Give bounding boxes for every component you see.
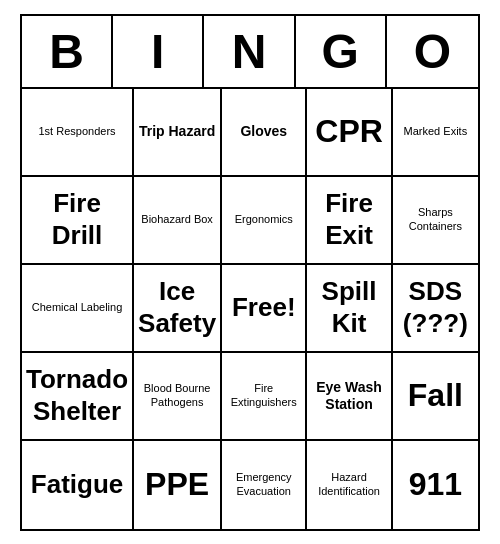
bingo-card: BINGO 1st RespondersTrip HazardGlovesCPR…	[20, 14, 480, 531]
bingo-cell-12: Free!	[222, 265, 307, 353]
cell-text-14: SDS (???)	[397, 276, 474, 338]
bingo-cell-21: PPE	[134, 441, 222, 529]
bingo-cell-13: Spill Kit	[307, 265, 392, 353]
bingo-cell-2: Gloves	[222, 89, 307, 177]
cell-text-16: Blood Bourne Pathogens	[138, 382, 216, 408]
cell-text-19: Fall	[408, 376, 463, 414]
cell-text-21: PPE	[145, 465, 209, 503]
bingo-letter-n: N	[204, 16, 295, 87]
bingo-cell-16: Blood Bourne Pathogens	[134, 353, 222, 441]
bingo-cell-18: Eye Wash Station	[307, 353, 392, 441]
bingo-cell-4: Marked Exits	[393, 89, 478, 177]
bingo-letter-g: G	[296, 16, 387, 87]
cell-text-24: 911	[409, 465, 462, 503]
cell-text-3: CPR	[315, 112, 383, 150]
bingo-grid: 1st RespondersTrip HazardGlovesCPRMarked…	[22, 89, 478, 529]
bingo-cell-20: Fatigue	[22, 441, 134, 529]
bingo-cell-10: Chemical Labeling	[22, 265, 134, 353]
cell-text-18: Eye Wash Station	[311, 379, 386, 413]
bingo-cell-15: Tornado Shelter	[22, 353, 134, 441]
bingo-cell-5: Fire Drill	[22, 177, 134, 265]
cell-text-11: Ice Safety	[138, 276, 216, 338]
cell-text-9: Sharps Containers	[397, 206, 474, 232]
bingo-header: BINGO	[22, 16, 478, 89]
bingo-letter-o: O	[387, 16, 478, 87]
bingo-cell-0: 1st Responders	[22, 89, 134, 177]
bingo-letter-i: I	[113, 16, 204, 87]
bingo-cell-7: Ergonomics	[222, 177, 307, 265]
cell-text-4: Marked Exits	[404, 125, 468, 138]
bingo-cell-23: Hazard Identification	[307, 441, 392, 529]
cell-text-15: Tornado Shelter	[26, 364, 128, 426]
bingo-cell-9: Sharps Containers	[393, 177, 478, 265]
bingo-cell-1: Trip Hazard	[134, 89, 222, 177]
bingo-letter-b: B	[22, 16, 113, 87]
cell-text-5: Fire Drill	[26, 188, 128, 250]
bingo-cell-6: Biohazard Box	[134, 177, 222, 265]
cell-text-12: Free!	[232, 292, 296, 323]
cell-text-22: Emergency Evacuation	[226, 471, 301, 497]
cell-text-1: Trip Hazard	[139, 123, 215, 140]
cell-text-10: Chemical Labeling	[32, 301, 123, 314]
bingo-cell-19: Fall	[393, 353, 478, 441]
cell-text-2: Gloves	[240, 123, 287, 140]
cell-text-23: Hazard Identification	[311, 471, 386, 497]
bingo-cell-24: 911	[393, 441, 478, 529]
bingo-cell-8: Fire Exit	[307, 177, 392, 265]
bingo-cell-14: SDS (???)	[393, 265, 478, 353]
bingo-cell-11: Ice Safety	[134, 265, 222, 353]
cell-text-17: Fire Extinguishers	[226, 382, 301, 408]
cell-text-13: Spill Kit	[311, 276, 386, 338]
bingo-cell-22: Emergency Evacuation	[222, 441, 307, 529]
cell-text-8: Fire Exit	[311, 188, 386, 250]
cell-text-0: 1st Responders	[39, 125, 116, 138]
cell-text-20: Fatigue	[31, 469, 123, 500]
cell-text-7: Ergonomics	[235, 213, 293, 226]
cell-text-6: Biohazard Box	[141, 213, 213, 226]
bingo-cell-17: Fire Extinguishers	[222, 353, 307, 441]
bingo-cell-3: CPR	[307, 89, 392, 177]
